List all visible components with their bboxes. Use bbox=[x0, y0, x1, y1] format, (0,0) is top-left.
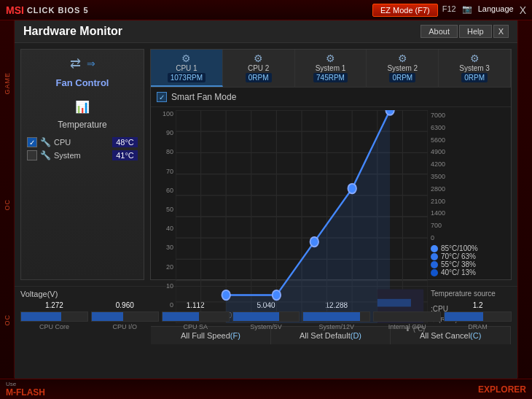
cpu-sensor-name: CPU bbox=[54, 138, 109, 147]
chart-point-1[interactable] bbox=[222, 290, 230, 300]
fan-tab-system1-rpm: 745RPM bbox=[313, 73, 348, 82]
side-nav-oc2[interactable]: OC bbox=[4, 314, 11, 326]
fan-tab-system1[interactable]: ⚙ System 1 745RPM bbox=[295, 50, 367, 87]
system-sensor-icon: 🔧 bbox=[40, 150, 51, 160]
voltage-cpu-core-name: CPU Core bbox=[39, 323, 69, 330]
cpu-sensor-icon: 🔧 bbox=[40, 137, 51, 147]
fan-tab-cpu2-name: CPU 2 bbox=[248, 64, 269, 72]
y-80: 80 bbox=[154, 148, 176, 155]
voltage-igpu-bar bbox=[373, 311, 441, 322]
hardware-monitor-header: Hardware Monitor About Help X bbox=[15, 20, 517, 43]
voltage-cpu-core-value: 1.272 bbox=[45, 301, 63, 309]
topbar-close-button[interactable]: X bbox=[520, 4, 526, 16]
rpm-2100: 2100 bbox=[431, 198, 505, 205]
voltage-dram: 1.2 DRAM bbox=[444, 301, 512, 330]
legend-text-1: 85°C/100% bbox=[441, 244, 478, 252]
rpm-5600: 5600 bbox=[431, 136, 505, 144]
temperature-label: Temperature bbox=[58, 120, 106, 130]
rpm-axis: 7000 6300 5600 4900 4200 3500 2800 2100 … bbox=[431, 110, 505, 241]
rpm-4900: 4900 bbox=[431, 148, 505, 155]
fan-control-label: Fan Control bbox=[56, 77, 109, 88]
header-buttons: About Help X bbox=[420, 25, 509, 38]
chart-right-panel: 7000 6300 5600 4900 4200 3500 2800 2100 … bbox=[428, 110, 508, 323]
fan-tab-system2-icon: ⚙ bbox=[398, 53, 407, 64]
system-sensor-value: 41°C bbox=[112, 150, 138, 160]
fan-tab-system1-name: System 1 bbox=[316, 64, 346, 72]
legend-item-3: 55°C/ 38% bbox=[431, 260, 505, 268]
chart-point-5[interactable] bbox=[386, 110, 394, 115]
smart-fan-label: Smart Fan Mode bbox=[171, 92, 236, 102]
logo-msi: MSI bbox=[6, 4, 24, 16]
temp-source-label: Temperature source bbox=[431, 290, 505, 298]
fan-tab-system3[interactable]: ⚙ System 3 0RPM bbox=[439, 50, 511, 87]
logo-text: CLICK BIOS 5 bbox=[27, 6, 89, 15]
voltage-system-12v-bar bbox=[302, 311, 370, 322]
about-button[interactable]: About bbox=[420, 25, 458, 38]
voltage-cpu-core-bar bbox=[20, 311, 88, 322]
fan-chart-panel: ⚙ CPU 1 1073RPM ⚙ CPU 2 0RPM ⚙ System 1 … bbox=[150, 49, 512, 280]
fan-arrows-icon: ⇄ bbox=[70, 55, 81, 71]
left-panel: ⇄ ⇒ Fan Control 📊 Temperature ✓ 🔧 CPU 48… bbox=[20, 49, 144, 280]
fan-tab-system2-name: System 2 bbox=[387, 64, 418, 72]
system-sensor-name: System bbox=[54, 151, 109, 160]
legend-item-2: 70°C/ 63% bbox=[431, 252, 505, 260]
voltage-cpu-core-fill bbox=[21, 312, 61, 321]
current-temp-bar bbox=[378, 299, 411, 307]
y-100: 100 bbox=[154, 110, 176, 117]
main-content: Hardware Monitor About Help X ⇄ ⇒ Fan Co… bbox=[15, 20, 517, 379]
screenshot-icon[interactable]: 📷 bbox=[462, 4, 472, 16]
fan-tab-system2-rpm: 0RPM bbox=[389, 73, 415, 82]
top-icons: F12 📷 Language X bbox=[442, 4, 526, 16]
content-area: ⇄ ⇒ Fan Control 📊 Temperature ✓ 🔧 CPU 48… bbox=[15, 43, 517, 286]
side-nav-game[interactable]: GAME bbox=[4, 72, 11, 95]
legend-text-2: 70°C/ 63% bbox=[441, 252, 476, 260]
legend-dot-3 bbox=[431, 261, 438, 268]
fan-tab-cpu2-icon: ⚙ bbox=[254, 53, 263, 64]
rpm-4200: 4200 bbox=[431, 160, 505, 168]
chart-point-3[interactable] bbox=[310, 237, 319, 247]
chart-point-2[interactable] bbox=[273, 290, 281, 300]
ez-mode-button[interactable]: EZ Mode (F7) bbox=[372, 4, 438, 17]
fan-tab-system3-rpm: 0RPM bbox=[461, 73, 488, 82]
page-title: Hardware Monitor bbox=[23, 25, 122, 38]
y-70: 70 bbox=[154, 168, 176, 175]
all-set-cancel-key: (C) bbox=[470, 331, 481, 340]
chart-point-4[interactable] bbox=[348, 184, 356, 193]
voltage-cpu-sa-bar bbox=[162, 311, 230, 322]
language-button[interactable]: Language bbox=[478, 4, 514, 16]
cpu-checkbox[interactable]: ✓ bbox=[27, 137, 37, 147]
explorer-button[interactable]: EXPLORER bbox=[478, 384, 526, 395]
y-60: 60 bbox=[154, 187, 176, 194]
legend-dot-1 bbox=[431, 245, 438, 252]
rpm-0: 0 bbox=[431, 234, 505, 241]
fan-tab-system3-icon: ⚙ bbox=[470, 53, 480, 64]
mflash-button[interactable]: M-FLASH bbox=[6, 387, 45, 398]
f12-icon[interactable]: F12 bbox=[442, 4, 456, 16]
fan-curve-chart[interactable]: 0 20 40 55 70 85 bbox=[176, 110, 428, 323]
side-nav-oc1[interactable]: OC bbox=[4, 199, 11, 211]
side-nav-left: GAME OC OC bbox=[0, 20, 15, 378]
voltage-dram-name: DRAM bbox=[468, 323, 488, 330]
thermometer-icon: 📊 bbox=[75, 100, 90, 114]
chart-legend: 85°C/100% 70°C/ 63% 55°C/ 38% 40°C/ bbox=[431, 244, 505, 276]
fan-tab-cpu1[interactable]: ⚙ CPU 1 1073RPM bbox=[151, 50, 223, 87]
fan-tab-cpu1-rpm: 1073RPM bbox=[168, 73, 206, 82]
close-button[interactable]: X bbox=[493, 25, 509, 38]
legend-dot-4 bbox=[431, 269, 438, 276]
smart-fan-checkbox[interactable]: ✓ bbox=[157, 92, 167, 102]
y-90: 90 bbox=[154, 129, 176, 136]
voltage-cpu-io: 0.960 CPU I/O bbox=[91, 301, 159, 330]
voltage-system-5v-fill bbox=[233, 312, 280, 321]
system-checkbox[interactable] bbox=[27, 150, 37, 160]
bottom-left: Use M-FLASH bbox=[6, 381, 45, 398]
fan-tab-cpu2[interactable]: ⚙ CPU 2 0RPM bbox=[223, 50, 295, 87]
rpm-7000: 7000 bbox=[431, 112, 505, 119]
fan-tab-system2[interactable]: ⚙ System 2 0RPM bbox=[367, 50, 439, 87]
smart-fan-check-icon: ✓ bbox=[159, 93, 165, 101]
voltage-dram-fill bbox=[445, 312, 483, 321]
mflash-label: Use bbox=[6, 381, 45, 387]
side-nav-right bbox=[517, 20, 532, 378]
help-button[interactable]: Help bbox=[459, 25, 492, 38]
voltage-cpu-sa-fill bbox=[163, 312, 199, 321]
rpm-1400: 1400 bbox=[431, 209, 505, 217]
